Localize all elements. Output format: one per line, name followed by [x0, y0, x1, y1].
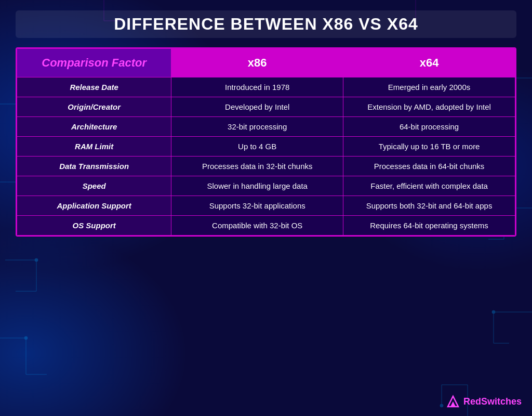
- x86-cell-4: Processes data in 32-bit chunks: [171, 157, 343, 176]
- factor-cell-4: Data Transmission: [17, 157, 171, 176]
- x64-cell-3: Typically up to 16 TB or more: [343, 137, 515, 157]
- logo-switches: Switches: [481, 396, 522, 407]
- logo-red: Red: [463, 396, 481, 407]
- comparison-table-container: Comparison Factor x86 x64 Release DateIn…: [16, 47, 516, 237]
- logo-area: RedSwitches: [446, 394, 522, 409]
- x86-cell-0: Introduced in 1978: [171, 77, 343, 97]
- factor-cell-6: Application Support: [17, 196, 171, 216]
- header-x86: x86: [171, 49, 343, 77]
- factor-cell-3: RAM Limit: [17, 137, 171, 157]
- factor-cell-5: Speed: [17, 176, 171, 196]
- page-title: DIFFERENCE BETWEEN X86 VS X64: [16, 10, 516, 38]
- x86-cell-2: 32-bit processing: [171, 117, 343, 137]
- table-row: Application SupportSupports 32-bit appli…: [17, 196, 515, 216]
- page-wrapper: DIFFERENCE BETWEEN X86 VS X64 Comparison…: [0, 0, 532, 416]
- x86-cell-3: Up to 4 GB: [171, 137, 343, 157]
- x64-cell-4: Processes data in 64-bit chunks: [343, 157, 515, 176]
- table-row: Architecture32-bit processing64-bit proc…: [17, 117, 515, 137]
- table-row: Release DateIntroduced in 1978Emerged in…: [17, 77, 515, 97]
- x64-cell-0: Emerged in early 2000s: [343, 77, 515, 97]
- x86-cell-1: Developed by Intel: [171, 97, 343, 117]
- x64-cell-6: Supports both 32-bit and 64-bit apps: [343, 196, 515, 216]
- x64-cell-7: Requires 64-bit operating systems: [343, 216, 515, 236]
- factor-cell-1: Origin/Creator: [17, 97, 171, 117]
- table-row: Data TransmissionProcesses data in 32-bi…: [17, 157, 515, 176]
- table-header-row: Comparison Factor x86 x64: [17, 49, 515, 77]
- table-row: RAM LimitUp to 4 GBTypically up to 16 TB…: [17, 137, 515, 157]
- factor-cell-0: Release Date: [17, 77, 171, 97]
- factor-cell-7: OS Support: [17, 216, 171, 236]
- x64-cell-2: 64-bit processing: [343, 117, 515, 137]
- logo-text: RedSwitches: [463, 396, 522, 407]
- header-x64: x64: [343, 49, 515, 77]
- redswitches-logo-icon: [446, 394, 460, 409]
- table-row: SpeedSlower in handling large dataFaster…: [17, 176, 515, 196]
- x86-cell-7: Compatible with 32-bit OS: [171, 216, 343, 236]
- factor-cell-2: Architecture: [17, 117, 171, 137]
- table-row: Origin/CreatorDeveloped by IntelExtensio…: [17, 97, 515, 117]
- table-row: OS SupportCompatible with 32-bit OSRequi…: [17, 216, 515, 236]
- header-factor: Comparison Factor: [17, 49, 171, 77]
- comparison-table: Comparison Factor x86 x64 Release DateIn…: [17, 48, 515, 236]
- svg-marker-41: [450, 401, 456, 407]
- x86-cell-6: Supports 32-bit applications: [171, 196, 343, 216]
- x64-cell-1: Extension by AMD, adopted by Intel: [343, 97, 515, 117]
- x86-cell-5: Slower in handling large data: [171, 176, 343, 196]
- x64-cell-5: Faster, efficient with complex data: [343, 176, 515, 196]
